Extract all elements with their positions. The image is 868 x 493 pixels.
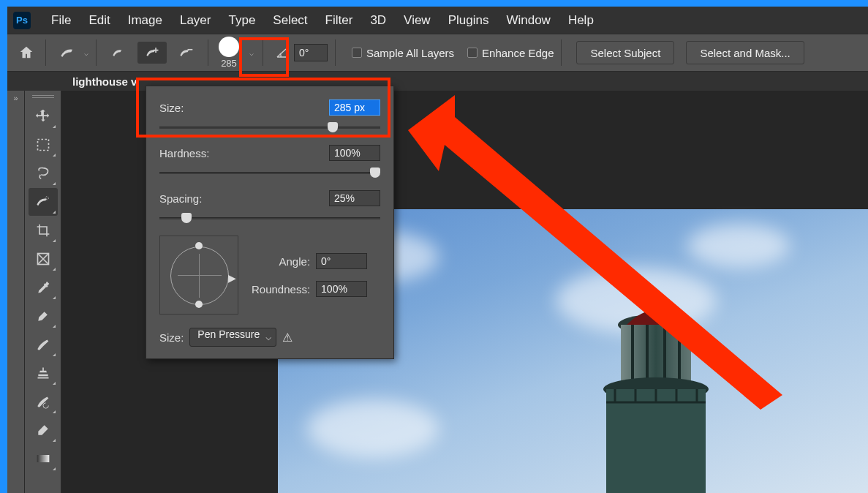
main-menu: File Edit Image Layer Type Select Filter… [42, 10, 603, 31]
select-and-mask-button[interactable]: Select and Mask... [686, 41, 804, 64]
menu-plugins[interactable]: Plugins [439, 10, 498, 31]
spacing-label: Spacing: [159, 192, 329, 205]
lasso-tool[interactable] [29, 159, 58, 187]
brush-settings-popup: Size: Hardness: Spacing: ▶ Angle: Roundn… [146, 86, 394, 359]
frame-tool[interactable] [29, 245, 58, 273]
title-bar: Ps File Edit Image Layer Type Select Fil… [7, 7, 868, 34]
eyedropper-tool[interactable] [29, 274, 58, 301]
history-brush-tool[interactable] [29, 388, 58, 415]
home-icon[interactable] [15, 41, 38, 64]
tool-preset-picker[interactable] [53, 42, 83, 64]
crop-tool[interactable] [29, 217, 58, 244]
brush-size-label: 285 [221, 58, 237, 69]
menu-layer[interactable]: Layer [171, 10, 220, 31]
spacing-slider[interactable] [159, 212, 380, 225]
svg-rect-0 [188, 49, 193, 50]
enhance-edge-checkbox[interactable] [467, 48, 478, 58]
sample-all-layers-checkbox[interactable] [352, 48, 362, 58]
options-bar: ⌵ 285 ⌵ Sample All Layers Enhance Edge S… [7, 34, 868, 72]
panel-grip-icon[interactable] [32, 94, 54, 98]
clone-stamp-tool[interactable] [29, 359, 58, 387]
document-tab[interactable]: lighthouse v [62, 72, 147, 91]
hardness-input[interactable] [329, 145, 380, 161]
new-selection-icon[interactable] [104, 42, 133, 64]
select-subject-button[interactable]: Select Subject [576, 41, 674, 64]
subtract-selection-icon[interactable] [171, 42, 200, 64]
brush-angle-input[interactable] [316, 253, 367, 269]
svg-rect-4 [37, 455, 49, 462]
chevron-down-icon[interactable]: ⌵ [248, 49, 255, 57]
menu-file[interactable]: File [42, 10, 80, 31]
angle-label: Angle: [252, 255, 316, 268]
size-dynamics-select[interactable]: Pen Pressure [189, 328, 276, 347]
hardness-slider[interactable] [159, 167, 380, 180]
brush-shape-preview[interactable]: ▶ [159, 236, 238, 315]
healing-brush-tool[interactable] [29, 302, 58, 330]
roundness-input[interactable] [316, 281, 367, 297]
gradient-tool[interactable] [29, 445, 58, 473]
roundness-label: Roundness: [252, 283, 316, 296]
menu-edit[interactable]: Edit [80, 10, 118, 31]
eraser-tool[interactable] [29, 416, 58, 444]
warning-icon: ⚠ [282, 331, 293, 345]
move-tool[interactable] [29, 102, 58, 130]
menu-select[interactable]: Select [264, 10, 316, 31]
angle-icon [275, 45, 290, 60]
menu-help[interactable]: Help [559, 10, 603, 31]
size-slider[interactable] [159, 121, 380, 135]
sample-all-layers-label: Sample All Layers [366, 47, 454, 59]
menu-image[interactable]: Image [119, 10, 171, 31]
enhance-edge-label: Enhance Edge [482, 47, 554, 59]
document-tabs: lighthouse v [7, 72, 868, 91]
size-label: Size: [159, 102, 329, 114]
ps-logo-icon: Ps [13, 12, 31, 29]
brush-preview-icon [219, 37, 239, 57]
brush-size-input[interactable] [329, 99, 380, 116]
brush-preset-picker[interactable]: 285 [216, 35, 242, 70]
marquee-tool[interactable] [29, 131, 58, 159]
menu-view[interactable]: View [395, 10, 439, 31]
svg-rect-1 [37, 140, 48, 151]
add-selection-icon[interactable] [137, 42, 167, 64]
expand-panels-icon[interactable]: » [7, 91, 25, 493]
tools-panel [25, 91, 61, 493]
size-dynamics-label: Size: [159, 331, 184, 344]
quick-selection-tool[interactable] [29, 188, 58, 216]
menu-3d[interactable]: 3D [361, 10, 395, 31]
spacing-input[interactable] [329, 190, 380, 206]
brush-tool[interactable] [29, 331, 58, 358]
menu-filter[interactable]: Filter [317, 10, 362, 31]
menu-window[interactable]: Window [497, 10, 559, 31]
angle-input[interactable] [294, 44, 328, 61]
hardness-label: Hardness: [159, 147, 329, 159]
menu-type[interactable]: Type [219, 10, 264, 31]
svg-rect-16 [606, 389, 706, 493]
lighthouse-image [575, 296, 736, 493]
